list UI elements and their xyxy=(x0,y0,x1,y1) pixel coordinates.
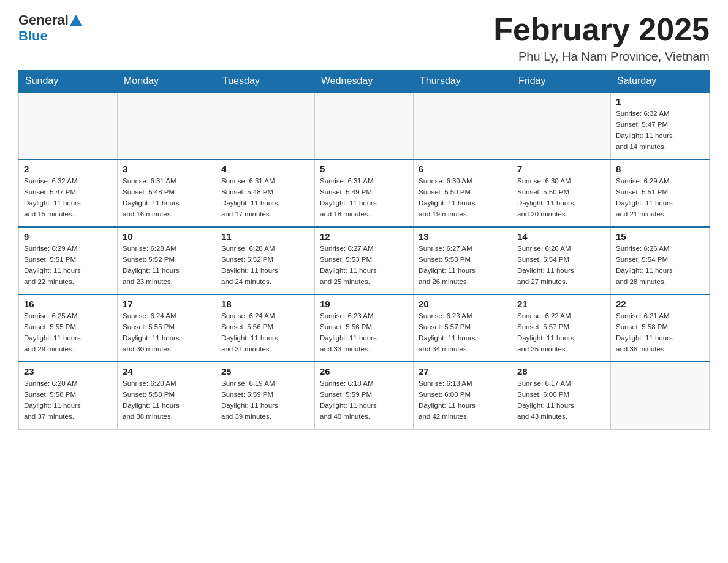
column-header-tuesday: Tuesday xyxy=(216,71,315,93)
day-number: 28 xyxy=(517,366,605,377)
calendar-cell: 26Sunrise: 6:18 AMSunset: 5:59 PMDayligh… xyxy=(315,362,414,429)
day-info: Sunrise: 6:31 AMSunset: 5:48 PMDaylight:… xyxy=(221,176,309,220)
day-info: Sunrise: 6:29 AMSunset: 5:51 PMDaylight:… xyxy=(616,176,704,220)
calendar-cell: 3Sunrise: 6:31 AMSunset: 5:48 PMDaylight… xyxy=(118,159,216,227)
day-number: 22 xyxy=(616,299,704,309)
calendar-cell: 27Sunrise: 6:18 AMSunset: 6:00 PMDayligh… xyxy=(414,362,512,429)
week-row-5: 23Sunrise: 6:20 AMSunset: 5:58 PMDayligh… xyxy=(19,362,710,429)
day-info: Sunrise: 6:21 AMSunset: 5:58 PMDaylight:… xyxy=(616,311,704,354)
day-info: Sunrise: 6:23 AMSunset: 5:57 PMDaylight:… xyxy=(419,311,507,354)
day-info: Sunrise: 6:24 AMSunset: 5:56 PMDaylight:… xyxy=(221,311,309,354)
calendar-cell: 18Sunrise: 6:24 AMSunset: 5:56 PMDayligh… xyxy=(216,294,315,362)
day-info: Sunrise: 6:26 AMSunset: 5:54 PMDaylight:… xyxy=(517,243,605,287)
column-header-wednesday: Wednesday xyxy=(315,71,414,93)
day-number: 7 xyxy=(517,164,605,174)
day-number: 16 xyxy=(24,299,112,309)
calendar-cell: 28Sunrise: 6:17 AMSunset: 6:00 PMDayligh… xyxy=(512,362,611,429)
column-header-thursday: Thursday xyxy=(414,71,512,93)
day-number: 14 xyxy=(517,231,605,242)
day-info: Sunrise: 6:24 AMSunset: 5:55 PMDaylight:… xyxy=(123,311,211,354)
calendar-cell: 7Sunrise: 6:30 AMSunset: 5:50 PMDaylight… xyxy=(512,159,611,227)
day-number: 13 xyxy=(419,231,507,242)
day-info: Sunrise: 6:32 AMSunset: 5:47 PMDaylight:… xyxy=(24,176,112,220)
title-section: February 2025 Phu Ly, Ha Nam Province, V… xyxy=(493,12,710,64)
page-header: General Blue February 2025 Phu Ly, Ha Na… xyxy=(18,12,710,64)
calendar-cell: 21Sunrise: 6:22 AMSunset: 5:57 PMDayligh… xyxy=(512,294,611,362)
calendar-cell: 6Sunrise: 6:30 AMSunset: 5:50 PMDaylight… xyxy=(414,159,512,227)
calendar-cell: 19Sunrise: 6:23 AMSunset: 5:56 PMDayligh… xyxy=(315,294,414,362)
calendar-cell xyxy=(118,92,216,159)
day-info: Sunrise: 6:22 AMSunset: 5:57 PMDaylight:… xyxy=(517,311,605,354)
day-number: 20 xyxy=(419,299,507,309)
calendar-cell: 13Sunrise: 6:27 AMSunset: 5:53 PMDayligh… xyxy=(414,227,512,294)
logo-triangle-icon xyxy=(70,15,82,26)
column-header-monday: Monday xyxy=(118,71,216,93)
logo: General Blue xyxy=(18,12,83,44)
day-number: 8 xyxy=(616,164,704,174)
day-number: 11 xyxy=(221,231,309,242)
day-number: 1 xyxy=(616,96,704,107)
calendar-cell: 23Sunrise: 6:20 AMSunset: 5:58 PMDayligh… xyxy=(19,362,118,429)
location-subtitle: Phu Ly, Ha Nam Province, Vietnam xyxy=(493,50,710,64)
column-header-saturday: Saturday xyxy=(611,71,710,93)
day-info: Sunrise: 6:28 AMSunset: 5:52 PMDaylight:… xyxy=(123,243,211,287)
day-number: 17 xyxy=(123,299,211,309)
calendar-cell: 8Sunrise: 6:29 AMSunset: 5:51 PMDaylight… xyxy=(611,159,710,227)
calendar-cell: 15Sunrise: 6:26 AMSunset: 5:54 PMDayligh… xyxy=(611,227,710,294)
day-number: 19 xyxy=(320,299,408,309)
calendar-cell: 4Sunrise: 6:31 AMSunset: 5:48 PMDaylight… xyxy=(216,159,315,227)
day-number: 21 xyxy=(517,299,605,309)
calendar-cell: 24Sunrise: 6:20 AMSunset: 5:58 PMDayligh… xyxy=(118,362,216,429)
day-info: Sunrise: 6:20 AMSunset: 5:58 PMDaylight:… xyxy=(24,378,112,422)
calendar-cell: 1Sunrise: 6:32 AMSunset: 5:47 PMDaylight… xyxy=(611,92,710,159)
day-info: Sunrise: 6:25 AMSunset: 5:55 PMDaylight:… xyxy=(24,311,112,354)
day-number: 3 xyxy=(123,164,211,174)
calendar-cell: 12Sunrise: 6:27 AMSunset: 5:53 PMDayligh… xyxy=(315,227,414,294)
day-number: 24 xyxy=(123,366,211,377)
week-row-3: 9Sunrise: 6:29 AMSunset: 5:51 PMDaylight… xyxy=(19,227,710,294)
day-info: Sunrise: 6:31 AMSunset: 5:48 PMDaylight:… xyxy=(123,176,211,220)
day-info: Sunrise: 6:23 AMSunset: 5:56 PMDaylight:… xyxy=(320,311,408,354)
day-info: Sunrise: 6:27 AMSunset: 5:53 PMDaylight:… xyxy=(320,243,408,287)
calendar-cell: 20Sunrise: 6:23 AMSunset: 5:57 PMDayligh… xyxy=(414,294,512,362)
calendar-cell: 11Sunrise: 6:28 AMSunset: 5:52 PMDayligh… xyxy=(216,227,315,294)
logo-general-text: General xyxy=(18,12,69,28)
day-info: Sunrise: 6:28 AMSunset: 5:52 PMDaylight:… xyxy=(221,243,309,287)
calendar-cell: 22Sunrise: 6:21 AMSunset: 5:58 PMDayligh… xyxy=(611,294,710,362)
day-info: Sunrise: 6:30 AMSunset: 5:50 PMDaylight:… xyxy=(419,176,507,220)
calendar-cell: 10Sunrise: 6:28 AMSunset: 5:52 PMDayligh… xyxy=(118,227,216,294)
day-number: 2 xyxy=(24,164,112,174)
day-info: Sunrise: 6:20 AMSunset: 5:58 PMDaylight:… xyxy=(123,378,211,422)
day-info: Sunrise: 6:27 AMSunset: 5:53 PMDaylight:… xyxy=(419,243,507,287)
column-header-sunday: Sunday xyxy=(19,71,118,93)
calendar-cell: 25Sunrise: 6:19 AMSunset: 5:59 PMDayligh… xyxy=(216,362,315,429)
day-info: Sunrise: 6:17 AMSunset: 6:00 PMDaylight:… xyxy=(517,378,605,422)
day-number: 12 xyxy=(320,231,408,242)
day-number: 5 xyxy=(320,164,408,174)
day-info: Sunrise: 6:29 AMSunset: 5:51 PMDaylight:… xyxy=(24,243,112,287)
week-row-1: 1Sunrise: 6:32 AMSunset: 5:47 PMDaylight… xyxy=(19,92,710,159)
day-info: Sunrise: 6:31 AMSunset: 5:49 PMDaylight:… xyxy=(320,176,408,220)
day-number: 25 xyxy=(221,366,309,377)
logo-blue-text: Blue xyxy=(18,28,48,44)
calendar-cell: 16Sunrise: 6:25 AMSunset: 5:55 PMDayligh… xyxy=(19,294,118,362)
day-number: 6 xyxy=(419,164,507,174)
month-title: February 2025 xyxy=(493,12,710,47)
day-info: Sunrise: 6:32 AMSunset: 5:47 PMDaylight:… xyxy=(616,109,704,152)
calendar-cell: 17Sunrise: 6:24 AMSunset: 5:55 PMDayligh… xyxy=(118,294,216,362)
day-number: 23 xyxy=(24,366,112,377)
day-info: Sunrise: 6:26 AMSunset: 5:54 PMDaylight:… xyxy=(616,243,704,287)
calendar-cell: 9Sunrise: 6:29 AMSunset: 5:51 PMDaylight… xyxy=(19,227,118,294)
calendar-table: SundayMondayTuesdayWednesdayThursdayFrid… xyxy=(18,70,710,430)
day-info: Sunrise: 6:30 AMSunset: 5:50 PMDaylight:… xyxy=(517,176,605,220)
day-number: 18 xyxy=(221,299,309,309)
day-number: 10 xyxy=(123,231,211,242)
day-number: 9 xyxy=(24,231,112,242)
day-number: 27 xyxy=(419,366,507,377)
calendar-cell xyxy=(315,92,414,159)
day-number: 4 xyxy=(221,164,309,174)
week-row-2: 2Sunrise: 6:32 AMSunset: 5:47 PMDaylight… xyxy=(19,159,710,227)
day-info: Sunrise: 6:19 AMSunset: 5:59 PMDaylight:… xyxy=(221,378,309,422)
day-info: Sunrise: 6:18 AMSunset: 5:59 PMDaylight:… xyxy=(320,378,408,422)
calendar-cell xyxy=(611,362,710,429)
